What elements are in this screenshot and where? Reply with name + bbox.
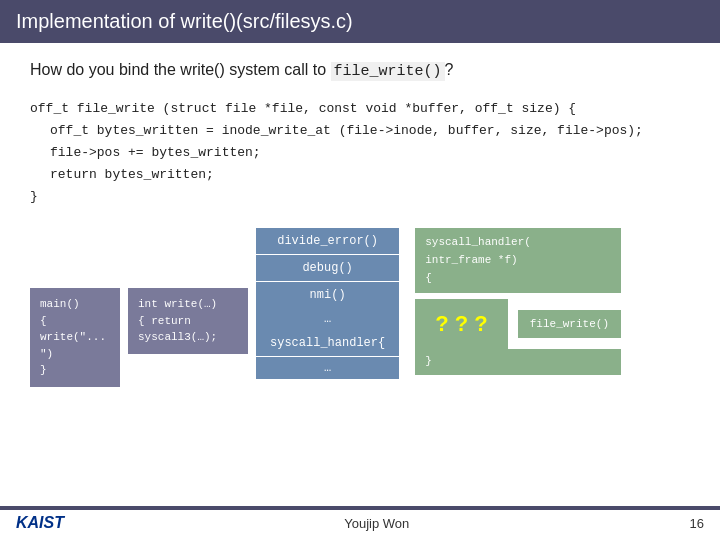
file-write-box: file_write() bbox=[518, 310, 621, 338]
stack-column: divide_error() debug() nmi() … syscall_h… bbox=[256, 228, 399, 379]
content-area: How do you bind the write() system call … bbox=[0, 43, 720, 387]
code-line-5: } bbox=[30, 186, 690, 208]
code-block: off_t file_write (struct file *file, con… bbox=[30, 98, 690, 208]
footer-left: KAIST bbox=[16, 514, 64, 532]
question-row: ? ? ? file_write() bbox=[415, 299, 621, 349]
header: Implementation of write()(src/filesys.c) bbox=[0, 0, 720, 43]
question-text: How do you bind the write() system call … bbox=[30, 61, 690, 80]
code-line-4: return bytes_written; bbox=[50, 164, 690, 186]
code-line-2: off_t bytes_written = inode_write_at (fi… bbox=[50, 120, 690, 142]
syscall-closing: } bbox=[415, 349, 621, 375]
footer-author: Youjip Won bbox=[64, 516, 690, 531]
code-line-3: file->pos += bytes_written; bbox=[50, 142, 690, 164]
right-column: syscall_handler( intr_frame *f) { ? ? ? … bbox=[415, 228, 621, 374]
stack-item-debug: debug() bbox=[256, 255, 399, 282]
question-marks-box: ? ? ? bbox=[415, 299, 508, 349]
diagram-area: main() { write("... ") } int write(…) { … bbox=[30, 228, 690, 387]
header-title: Implementation of write()(src/filesys.c) bbox=[16, 10, 353, 32]
stack-dots-2: … bbox=[256, 357, 399, 379]
bottom-bar bbox=[0, 506, 720, 510]
footer: KAIST Youjip Won 16 bbox=[0, 514, 720, 532]
syscall-handler-label: syscall_handler{ bbox=[256, 330, 399, 357]
footer-page: 16 bbox=[690, 516, 704, 531]
stack-item-divide-error: divide_error() bbox=[256, 228, 399, 255]
write-box: int write(…) { return syscall3(…); bbox=[128, 288, 248, 354]
main-box: main() { write("... ") } bbox=[30, 288, 120, 387]
stack-item-nmi: nmi() bbox=[256, 282, 399, 308]
kaist-logo: KAIST bbox=[16, 514, 64, 532]
syscall-handler-box: syscall_handler( intr_frame *f) { bbox=[415, 228, 621, 293]
code-line-1: off_t file_write (struct file *file, con… bbox=[30, 98, 690, 120]
stack-dots: … bbox=[256, 308, 399, 330]
